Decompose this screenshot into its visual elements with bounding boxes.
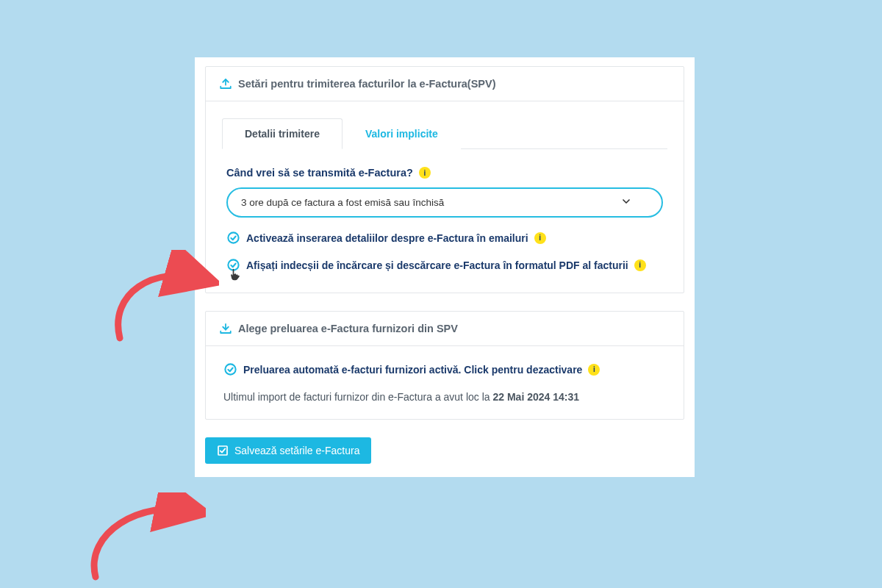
svg-point-1 — [228, 259, 238, 270]
when-send-text: Când vrei să se transmită e-Factura? — [226, 167, 413, 179]
tabs-container: Detalii trimitere Valori implicite Când … — [206, 101, 684, 293]
tab-details-content: Când vrei să se transmită e-Factura? i 3… — [222, 149, 667, 293]
info-icon[interactable]: i — [634, 259, 646, 271]
download-icon — [219, 322, 232, 335]
fetch-settings-title: Alege preluarea e-Factura furnizori din … — [238, 323, 458, 334]
tabs: Detalii trimitere Valori implicite — [222, 118, 667, 149]
toggle-email-label: Activează inserarea detaliilor despre e-… — [246, 232, 528, 244]
info-icon[interactable]: i — [419, 167, 431, 179]
check-circle-icon — [223, 362, 237, 376]
fetch-settings-body: Preluarea automată e-facturi furnizori a… — [206, 346, 684, 419]
when-send-select[interactable]: 3 ore după ce factura a fost emisă sau î… — [226, 187, 663, 218]
save-button-label: Salvează setările e-Factura — [234, 445, 359, 456]
tab-details[interactable]: Detalii trimitere — [222, 118, 343, 149]
check-circle-icon — [226, 231, 240, 245]
toggle-pdf-label: Afișați indecșii de încărcare și descărc… — [246, 259, 628, 271]
when-send-label: Când vrei să se transmită e-Factura? i — [226, 167, 663, 179]
check-circle-icon — [226, 258, 240, 272]
chevron-down-icon — [620, 196, 632, 209]
toggle-pdf-indices[interactable]: Afișați indecșii de încărcare și descărc… — [226, 258, 663, 272]
save-button[interactable]: Salvează setările e-Factura — [205, 437, 371, 464]
upload-icon — [219, 77, 232, 90]
info-icon[interactable]: i — [588, 364, 600, 376]
tab-defaults[interactable]: Valori implicite — [343, 118, 461, 149]
last-import-date: 22 Mai 2024 14:31 — [492, 391, 579, 403]
last-import-line: Ultimul import de facturi furnizor din e… — [223, 391, 666, 403]
fetch-settings-header: Alege preluarea e-Factura furnizori din … — [206, 312, 684, 346]
svg-point-0 — [228, 232, 238, 243]
send-settings-title: Setări pentru trimiterea facturilor la e… — [238, 78, 496, 90]
annotation-arrow-icon — [74, 492, 206, 581]
toggle-email-details[interactable]: Activează inserarea detaliilor despre e-… — [226, 231, 663, 245]
fetch-settings-card: Alege preluarea e-Factura furnizori din … — [205, 311, 684, 420]
send-settings-card: Setări pentru trimiterea facturilor la e… — [205, 66, 684, 293]
auto-fetch-toggle[interactable]: Preluarea automată e-facturi furnizori a… — [223, 362, 666, 376]
last-import-prefix: Ultimul import de facturi furnizor din e… — [223, 391, 492, 403]
info-icon[interactable]: i — [534, 232, 546, 244]
send-settings-header: Setări pentru trimiterea facturilor la e… — [206, 67, 684, 101]
svg-rect-3 — [218, 446, 227, 455]
svg-point-2 — [225, 364, 235, 374]
settings-panel: Setări pentru trimiterea facturilor la e… — [195, 57, 695, 477]
check-square-icon — [217, 445, 229, 456]
auto-fetch-label: Preluarea automată e-facturi furnizori a… — [243, 364, 582, 376]
when-send-value: 3 ore după ce factura a fost emisă sau î… — [241, 197, 444, 208]
